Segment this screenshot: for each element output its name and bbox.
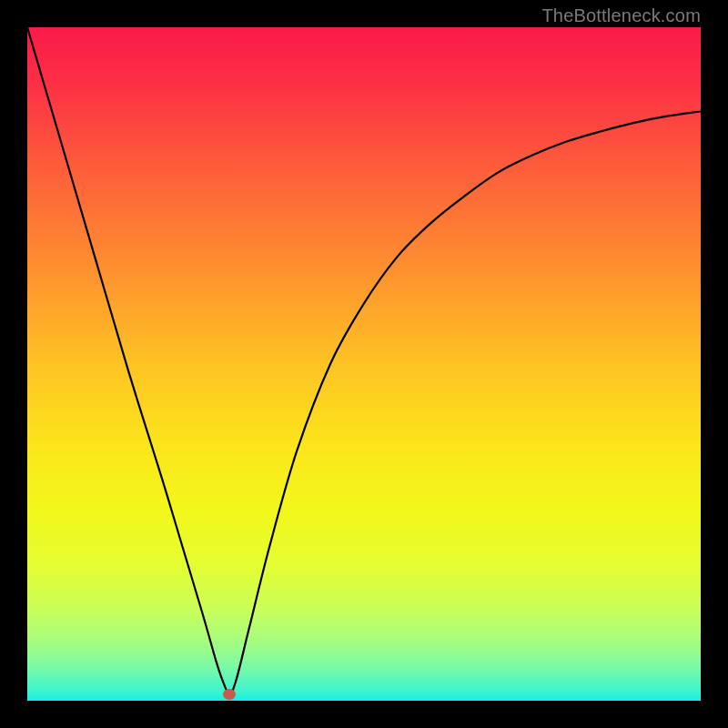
plot-area (27, 27, 701, 701)
minimum-marker-dot (223, 689, 236, 700)
bottleneck-curve (27, 27, 701, 694)
watermark-text: TheBottleneck.com (541, 5, 701, 26)
curve-layer (27, 27, 701, 701)
chart-frame: TheBottleneck.com (0, 0, 728, 728)
